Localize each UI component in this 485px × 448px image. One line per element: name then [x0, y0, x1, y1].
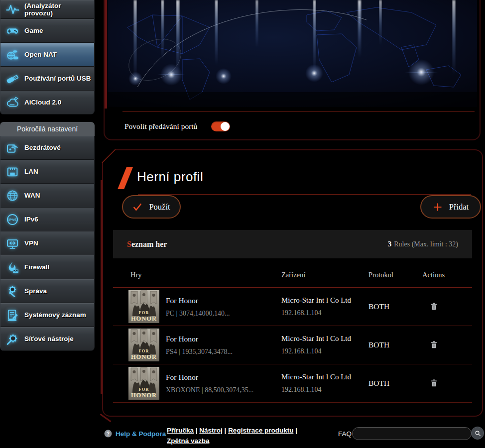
device-ip: 192.168.1.104	[281, 309, 368, 317]
trash-icon	[429, 339, 439, 350]
add-button-label: Přidat	[449, 202, 469, 212]
add-button[interactable]: Přidat	[420, 195, 481, 219]
footer-link-nastroj[interactable]: Nástroj	[199, 427, 223, 434]
panel-corner-cut	[102, 149, 116, 163]
column-header-hry: Hry	[130, 271, 281, 279]
sidebar-item-lan[interactable]: LAN	[0, 160, 94, 184]
sidebar-item-label: Používání portů USB	[24, 75, 91, 82]
device-cell: Micro-Star Int l Co Ltd 192.168.1.104	[281, 296, 368, 317]
footer-link-prirucka[interactable]: Příručka	[167, 427, 194, 434]
footer-link-zpetna-vazba[interactable]: Zpětná vazba	[167, 437, 210, 445]
column-header-protokol: Protokol	[368, 271, 422, 279]
sidebar-item-pouzivani-portu-usb[interactable]: Používání portů USB	[0, 67, 94, 91]
usb-icon	[4, 71, 20, 87]
cloud-icon	[4, 95, 20, 111]
faq-search-input[interactable]	[352, 427, 472, 440]
sidebar-item-aicloud-2-0[interactable]: AiCloud 2.0	[0, 91, 94, 114]
sidebar-section-advanced-settings: Pokročilá nastavení	[0, 122, 95, 136]
sidebar-item-sitove-nastroje[interactable]: Síťové nástroje	[0, 327, 94, 351]
game-name: For Honor	[166, 335, 281, 343]
table-row: FOR HONOR For Honor PC | 3074,14000,140.…	[113, 288, 472, 326]
protocol-value: BOTH	[368, 340, 422, 349]
game-name: For Honor	[166, 296, 281, 305]
trash-icon	[429, 301, 439, 312]
sidebar-item-analyzator-provozu[interactable]: (Analyzátor provozu)	[0, 0, 94, 19]
check-icon	[132, 202, 142, 212]
title-slash-decoration	[118, 167, 133, 189]
table-row: FOR HONOR For Honor XBOXONE | 88,500,307…	[113, 364, 472, 403]
panel-divider	[122, 112, 475, 112]
table-row: FOR HONOR For Honor PS4 | 1935,3074,3478…	[113, 326, 472, 364]
game-platform-ports: PS4 | 1935,3074,3478...	[166, 348, 281, 356]
port-forwarding-toggle[interactable]	[211, 121, 230, 131]
svg-text:FOR: FOR	[139, 387, 149, 392]
sidebar-item-vpn[interactable]: VPN	[0, 231, 94, 255]
game-cell: For Honor PS4 | 1935,3074,3478...	[166, 335, 281, 356]
game-name: For Honor	[166, 373, 281, 382]
device-name: Micro-Star Int l Co Ltd	[281, 296, 368, 305]
ipv6-icon: IPV6	[4, 212, 20, 227]
sidebar-item-game[interactable]: Game	[0, 19, 94, 43]
wireless-icon	[4, 140, 20, 156]
sidebar-item-label: Správa	[24, 287, 47, 295]
svg-text:HONOR: HONOR	[131, 353, 157, 360]
protocol-value: BOTH	[368, 379, 422, 388]
waveform-icon	[4, 1, 20, 17]
game-platform-ports: PC | 3074,14000,140...	[166, 310, 281, 318]
link-separator: |	[194, 427, 199, 434]
opennat-icon	[4, 47, 20, 63]
footer: ? Help & Podpora Příručka | Nástroj | Re…	[102, 422, 485, 448]
game-cell: For Honor XBOXONE | 88,500,3074,35...	[166, 373, 281, 394]
game-cell: For Honor PC | 3074,14000,140...	[166, 296, 281, 318]
sidebar-item-systemovy-zaznam[interactable]: Systémový záznam	[0, 303, 94, 327]
help-support-label: Help & Podpora	[116, 430, 166, 438]
svg-text:FOR: FOR	[139, 348, 149, 353]
link-separator: |	[293, 427, 297, 434]
help-icon: ?	[104, 430, 112, 438]
game-rules-table: HryZařízeníProtokolActions FOR HONOR For…	[113, 264, 472, 403]
sidebar-item-sprava[interactable]: Správa	[0, 279, 94, 303]
faq-label: FAQ	[338, 430, 352, 438]
apply-button[interactable]: Použít	[122, 195, 181, 219]
panel-bottom-notch	[100, 414, 111, 422]
sidebar-item-label: Open NAT	[24, 51, 57, 58]
network-tools-icon	[4, 331, 20, 347]
device-ip: 192.168.1.104	[281, 347, 368, 355]
protocol-value: BOTH	[368, 302, 422, 311]
sidebar: (Analyzátor provozu)GameOpen NATPoužíván…	[0, 0, 95, 351]
svg-text:IPV6: IPV6	[8, 218, 16, 222]
svg-text:HONOR: HONOR	[131, 392, 157, 399]
help-support[interactable]: ? Help & Podpora	[104, 430, 166, 438]
footer-links: Příručka | Nástroj | Registrace produktu…	[167, 426, 317, 447]
sidebar-item-label: AiCloud 2.0	[24, 99, 61, 106]
device-ip: 192.168.1.104	[281, 386, 368, 394]
delete-rule-button[interactable]	[428, 338, 440, 351]
footer-link-registrace-produktu[interactable]: Registrace produktu	[228, 427, 293, 434]
svg-text:FOR: FOR	[139, 310, 149, 315]
sidebar-item-label: IPv6	[24, 216, 38, 223]
page-title: Herní profil	[137, 169, 203, 185]
game-list-title: Seznam her	[127, 240, 167, 249]
sidebar-item-firewall[interactable]: Firewall	[0, 255, 94, 279]
sidebar-item-ipv6[interactable]: IPV6IPv6	[0, 208, 94, 231]
rules-count: 3Rules (Max. limit : 32)	[388, 240, 458, 248]
column-header-zarizeni: Zařízení	[281, 271, 368, 279]
sidebar-item-bezdratove[interactable]: Bezdrátové	[0, 136, 94, 160]
toggle-knob	[221, 122, 230, 131]
game-list-header-bar: Seznam her 3Rules (Max. limit : 32)	[113, 230, 472, 258]
sidebar-item-wan[interactable]: WAN	[0, 184, 94, 208]
game-profile-panel: Herní profil Použít Přidat Seznam her 3R…	[102, 149, 483, 417]
port-forwarding-panel: Povolit předávání portů	[104, 0, 481, 140]
delete-rule-button[interactable]	[428, 377, 440, 389]
apply-button-label: Použít	[149, 202, 170, 212]
gamepad-icon	[4, 23, 20, 39]
search-icon	[474, 430, 482, 437]
world-map-image	[108, 0, 477, 107]
sidebar-item-open-nat[interactable]: Open NAT	[0, 43, 94, 67]
delete-rule-button[interactable]	[428, 300, 440, 313]
sidebar-item-label: WAN	[24, 192, 40, 199]
panel-left-accent	[105, 0, 107, 109]
device-name: Micro-Star Int l Co Ltd	[281, 335, 368, 343]
device-cell: Micro-Star Int l Co Ltd 192.168.1.104	[281, 335, 368, 355]
faq-search-button[interactable]	[471, 427, 484, 440]
